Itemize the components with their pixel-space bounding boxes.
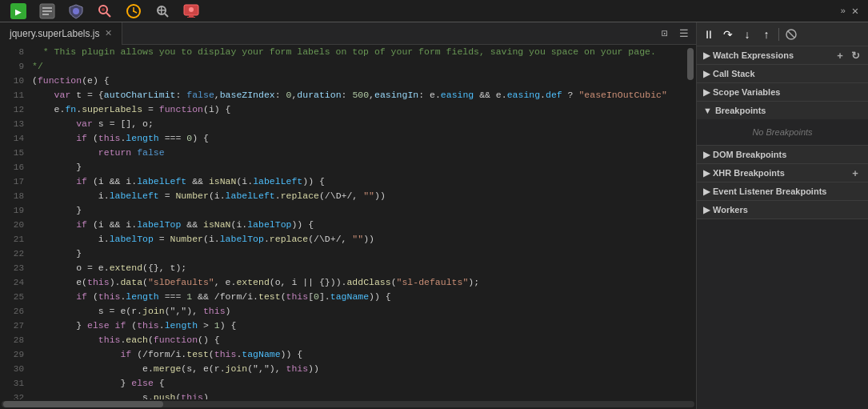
code-token: if xyxy=(120,347,131,362)
code-token: 500 xyxy=(352,88,369,102)
watch-add-button[interactable]: + xyxy=(834,49,846,62)
code-token: { xyxy=(154,376,165,391)
line-number: 8 xyxy=(0,45,24,59)
xhr-breakpoints-header[interactable]: ▶ XHR Breakpoints + xyxy=(697,164,868,182)
header-left: ▶ Event Listener Breakpoints xyxy=(703,186,826,197)
code-line: var t = {autoCharLimit: false,baseZIndex… xyxy=(32,88,685,102)
tab-close-button[interactable]: ✕ xyxy=(105,28,112,38)
green-icon[interactable]: ▶ xyxy=(6,2,30,20)
line-number: 17 xyxy=(0,174,24,189)
line-number: 11 xyxy=(0,88,24,102)
line-number: 10 xyxy=(0,74,24,88)
code-token: this xyxy=(98,131,121,146)
line-number: 9 xyxy=(0,59,24,74)
event-listener-header[interactable]: ▶ Event Listener Breakpoints xyxy=(697,182,868,200)
clock-icon[interactable] xyxy=(122,2,146,20)
step-out-button[interactable]: ↑ xyxy=(758,26,775,43)
code-token xyxy=(32,131,76,146)
code-token: */ xyxy=(32,59,43,74)
code-token xyxy=(32,146,98,160)
split-editor-button[interactable]: ⊡ xyxy=(656,25,674,42)
editor-tab[interactable]: jquery.superLabels.js ✕ xyxy=(0,22,122,45)
search2-icon[interactable] xyxy=(150,2,174,20)
code-token: (i) { xyxy=(203,102,231,117)
event-listener-label: Event Listener Breakpoints xyxy=(713,186,826,196)
code-token: (i && i. xyxy=(87,218,137,232)
callstack-chevron-icon: ▶ xyxy=(703,69,710,79)
code-token: } xyxy=(32,160,82,174)
code-token: (i. xyxy=(203,232,220,247)
code-content[interactable]: * This plugin allows you to display your… xyxy=(29,45,685,399)
code-token: ({}, t); xyxy=(142,261,186,275)
code-token: extend xyxy=(236,275,269,290)
svg-rect-5 xyxy=(42,14,49,15)
line-number: 25 xyxy=(0,290,24,304)
code-token: . xyxy=(275,189,281,203)
code-token: this xyxy=(286,362,308,376)
code-token: replace xyxy=(281,189,319,203)
code-token: ). xyxy=(110,275,121,290)
shield-icon[interactable] xyxy=(64,2,88,20)
code-token: if xyxy=(76,131,87,146)
code-line: e.fn.superLabels = function(i) { xyxy=(32,102,685,117)
code-token: return xyxy=(98,146,131,160)
deactivate-button[interactable] xyxy=(782,26,800,43)
editor-menu-button[interactable]: ☰ xyxy=(675,25,693,42)
code-token: )) { xyxy=(281,347,303,362)
workers-header[interactable]: ▶ Workers xyxy=(697,201,868,219)
code-token: (/\D+/, xyxy=(308,232,352,247)
code-token: ( xyxy=(87,290,98,304)
more-button[interactable]: » xyxy=(840,6,846,16)
code-line: return false xyxy=(32,146,685,160)
dom-breakpoints-header[interactable]: ▶ DOM Breakpoints xyxy=(697,146,868,163)
watch-refresh-button[interactable]: ↻ xyxy=(849,49,862,62)
toolbar-separator xyxy=(778,28,779,41)
call-stack-header[interactable]: ▶ Call Stack xyxy=(697,65,868,82)
scope-variables-label: Scope Variables xyxy=(713,87,780,97)
code-token: t = { xyxy=(70,88,103,102)
code-line: this.each(function() { xyxy=(32,333,685,347)
scope-variables-header[interactable]: ▶ Scope Variables xyxy=(697,83,868,101)
svg-text:▶: ▶ xyxy=(15,6,22,18)
close-button[interactable]: ✕ xyxy=(849,5,862,18)
scrollbar-thumb-h[interactable] xyxy=(3,401,163,407)
code-token xyxy=(110,319,115,333)
code-token: )) { xyxy=(369,290,391,304)
code-token: var xyxy=(76,117,93,131)
svg-rect-4 xyxy=(42,10,52,12)
code-token: , xyxy=(369,88,374,102)
code-token: (e) { xyxy=(82,74,110,88)
breakpoints-section: ▼ Breakpoints No Breakpoints xyxy=(697,102,868,146)
step-over-button[interactable]: ↷ xyxy=(719,26,737,43)
xhr-actions: + xyxy=(849,166,862,179)
code-token: (i. xyxy=(236,174,253,189)
workers-label: Workers xyxy=(713,205,748,215)
horizontal-scrollbar[interactable] xyxy=(0,399,696,409)
pause-button[interactable]: ⏸ xyxy=(700,26,718,43)
code-token: } xyxy=(32,319,87,333)
code-token: > xyxy=(198,319,214,333)
magnify-icon[interactable] xyxy=(93,2,117,20)
doc-icon[interactable] xyxy=(35,2,59,20)
vertical-scrollbar[interactable] xyxy=(685,45,696,399)
step-into-button[interactable]: ↓ xyxy=(738,26,756,43)
code-token: ( xyxy=(148,333,154,347)
code-token: (","), xyxy=(247,362,286,376)
breakpoints-label: Breakpoints xyxy=(715,106,766,115)
dom-chevron-icon: ▶ xyxy=(703,150,710,160)
event-chevron-icon: ▶ xyxy=(703,186,710,197)
watch-expressions-header[interactable]: ▶ Watch Expressions + ↻ xyxy=(697,46,868,64)
scrollbar-track xyxy=(2,401,694,407)
code-line: if (this.length === 1 && /form/i.test(th… xyxy=(32,290,685,304)
watch-chevron-icon: ▶ xyxy=(703,50,710,61)
scrollbar-thumb[interactable] xyxy=(687,48,694,80)
xhr-add-button[interactable]: + xyxy=(849,166,862,179)
line-number: 19 xyxy=(0,203,24,218)
code-token: addClass xyxy=(346,275,390,290)
breakpoints-header[interactable]: ▼ Breakpoints xyxy=(697,102,868,119)
monitor-icon[interactable] xyxy=(179,2,203,20)
code-line: } xyxy=(32,160,685,174)
code-token: 0 xyxy=(314,290,319,304)
code-line: if (i && i.labelLeft && isNaN(i.labelLef… xyxy=(32,174,685,189)
watch-expressions-label: Watch Expressions xyxy=(713,50,794,60)
